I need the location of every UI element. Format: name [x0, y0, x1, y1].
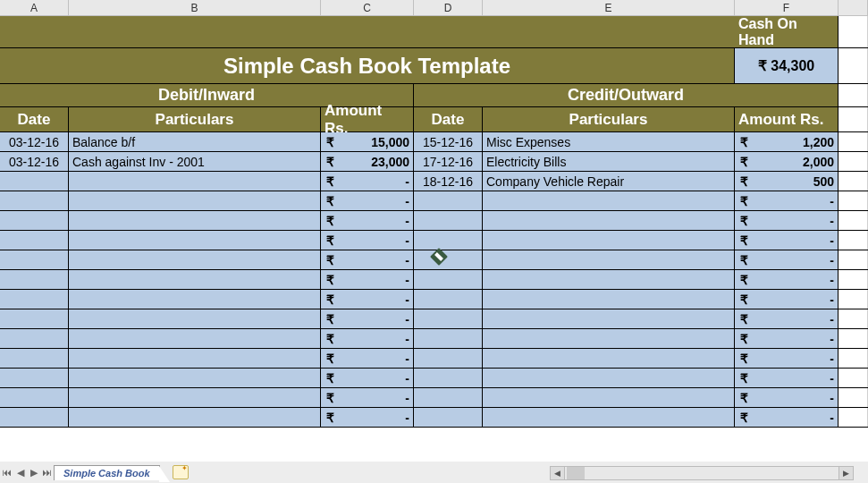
credit-particulars-cell[interactable]: Company Vehicle Repair [483, 172, 735, 191]
credit-particulars-cell[interactable] [483, 191, 735, 210]
cash-on-hand-label[interactable]: Cash On Hand [735, 16, 839, 47]
credit-particulars-cell[interactable] [483, 388, 735, 407]
tab-last-icon[interactable]: ⏭ [40, 464, 54, 480]
credit-amount-cell[interactable]: ₹- [735, 270, 839, 289]
debit-particulars-cell[interactable] [69, 211, 321, 230]
debit-particulars-cell[interactable] [69, 349, 321, 368]
credit-particulars-cell[interactable] [483, 329, 735, 348]
col-header-f[interactable]: F [735, 0, 839, 15]
debit-date-cell[interactable] [0, 172, 69, 191]
credit-particulars-cell[interactable] [483, 309, 735, 328]
tab-prev-icon[interactable]: ◀ [13, 464, 27, 480]
debit-amount-cell[interactable]: ₹- [321, 309, 414, 328]
debit-particulars-cell[interactable] [69, 309, 321, 328]
credit-amount-cell[interactable]: ₹1,200 [735, 132, 839, 151]
credit-date-cell[interactable] [414, 191, 483, 210]
debit-particulars-cell[interactable] [69, 290, 321, 309]
credit-particulars-cell[interactable] [483, 270, 735, 289]
debit-date-cell[interactable] [0, 388, 69, 407]
col-header-blank[interactable] [839, 0, 868, 15]
debit-particulars-cell[interactable]: Cash against Inv - 2001 [69, 152, 321, 171]
debit-amount-cell[interactable]: ₹- [321, 349, 414, 368]
credit-date-cell[interactable] [414, 388, 483, 407]
credit-particulars-cell[interactable] [483, 250, 735, 269]
debit-date-cell[interactable] [0, 329, 69, 348]
credit-date-header[interactable]: Date [414, 107, 483, 131]
debit-date-cell[interactable] [0, 408, 69, 427]
debit-particulars-cell[interactable]: Balance b/f [69, 132, 321, 151]
credit-date-cell[interactable] [414, 369, 483, 387]
new-sheet-button[interactable] [173, 465, 189, 479]
credit-amount-cell[interactable]: ₹- [735, 231, 839, 250]
white-cell[interactable] [839, 349, 868, 368]
credit-amount-cell[interactable]: ₹- [735, 388, 839, 407]
credit-particulars-cell[interactable] [483, 211, 735, 230]
debit-particulars-cell[interactable] [69, 369, 321, 387]
credit-amount-cell[interactable]: ₹- [735, 329, 839, 348]
debit-amount-cell[interactable]: ₹- [321, 270, 414, 289]
debit-date-cell[interactable] [0, 191, 69, 210]
debit-date-cell[interactable] [0, 369, 69, 387]
debit-particulars-cell[interactable] [69, 329, 321, 348]
white-cell[interactable] [839, 107, 868, 131]
debit-amount-cell[interactable]: ₹- [321, 408, 414, 427]
credit-amount-header[interactable]: Amount Rs. [735, 107, 839, 131]
white-cell[interactable] [839, 191, 868, 210]
scroll-thumb[interactable] [567, 467, 585, 479]
debit-particulars-cell[interactable] [69, 388, 321, 407]
debit-particulars-cell[interactable] [69, 408, 321, 427]
white-cell[interactable] [839, 290, 868, 309]
credit-amount-cell[interactable]: ₹- [735, 211, 839, 230]
credit-date-cell[interactable] [414, 329, 483, 348]
credit-particulars-cell[interactable] [483, 408, 735, 427]
white-cell[interactable] [839, 16, 868, 47]
debit-date-cell[interactable]: 03-12-16 [0, 132, 69, 151]
debit-amount-cell[interactable]: ₹- [321, 231, 414, 250]
debit-date-cell[interactable] [0, 211, 69, 230]
debit-particulars-cell[interactable] [69, 270, 321, 289]
debit-date-cell[interactable] [0, 270, 69, 289]
debit-amount-cell[interactable]: ₹- [321, 172, 414, 191]
debit-date-cell[interactable] [0, 250, 69, 269]
white-cell[interactable] [839, 329, 868, 348]
white-cell[interactable] [839, 270, 868, 289]
white-cell[interactable] [839, 172, 868, 191]
col-header-e[interactable]: E [483, 0, 735, 15]
title-cell[interactable]: Simple Cash Book Template [0, 48, 735, 83]
debit-particulars-cell[interactable] [69, 191, 321, 210]
credit-particulars-cell[interactable] [483, 290, 735, 309]
white-cell[interactable] [839, 309, 868, 328]
debit-date-cell[interactable] [0, 231, 69, 250]
debit-amount-cell[interactable]: ₹- [321, 191, 414, 210]
sheet-tab-active[interactable]: Simple Cash Book [54, 465, 160, 480]
tab-first-icon[interactable]: ⏮ [0, 464, 13, 480]
col-header-d[interactable]: D [414, 0, 483, 15]
credit-amount-cell[interactable]: ₹- [735, 408, 839, 427]
debit-particulars-header[interactable]: Particulars [69, 107, 321, 131]
white-cell[interactable] [839, 408, 868, 427]
credit-amount-cell[interactable]: ₹- [735, 250, 839, 269]
credit-date-cell[interactable] [414, 408, 483, 427]
debit-amount-cell[interactable]: ₹- [321, 329, 414, 348]
debit-date-header[interactable]: Date [0, 107, 69, 131]
debit-amount-cell[interactable]: ₹- [321, 388, 414, 407]
credit-particulars-cell[interactable]: Electricity Bills [483, 152, 735, 171]
white-cell[interactable] [839, 388, 868, 407]
credit-date-cell[interactable]: 15-12-16 [414, 132, 483, 151]
white-cell[interactable] [839, 211, 868, 230]
credit-particulars-header[interactable]: Particulars [483, 107, 735, 131]
debit-amount-cell[interactable]: ₹23,000 [321, 152, 414, 171]
debit-amount-cell[interactable]: ₹- [321, 290, 414, 309]
credit-date-cell[interactable]: 18-12-16 [414, 172, 483, 191]
blank-olive[interactable] [0, 16, 735, 47]
white-cell[interactable] [839, 250, 868, 269]
debit-date-cell[interactable] [0, 309, 69, 328]
credit-amount-cell[interactable]: ₹500 [735, 172, 839, 191]
credit-date-cell[interactable] [414, 211, 483, 230]
col-header-b[interactable]: B [69, 0, 321, 15]
cash-on-hand-value[interactable]: ₹ 34,300 [735, 48, 839, 83]
debit-amount-cell[interactable]: ₹15,000 [321, 132, 414, 151]
debit-amount-cell[interactable]: ₹- [321, 369, 414, 387]
white-cell[interactable] [839, 369, 868, 387]
credit-date-cell[interactable] [414, 309, 483, 328]
